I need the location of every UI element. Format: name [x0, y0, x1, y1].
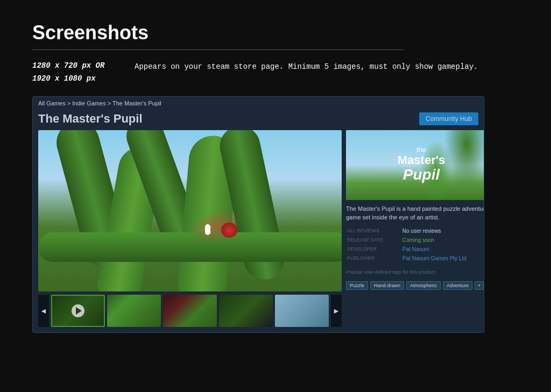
- all-reviews-row: ALL REVIEWS No user reviews: [346, 226, 484, 236]
- capsule-art: the Master's Pupil: [346, 130, 484, 200]
- tag-hand-drawn[interactable]: Hand-drawn: [370, 281, 404, 290]
- release-date-value: Coming soon: [401, 236, 484, 245]
- tag-puzzle[interactable]: Puzzle: [346, 281, 368, 290]
- capsule-title-the: the: [398, 146, 445, 154]
- horizontal-branch: [38, 232, 342, 262]
- next-screenshot-button[interactable]: ►: [331, 295, 342, 327]
- release-date-row: RELEASE DATE Coming soon: [346, 236, 484, 245]
- publisher-label: PUBLISHER: [346, 254, 401, 263]
- game-scene: [38, 130, 342, 291]
- requirements-row: 1280 x 720 px OR 1920 x 1080 px Appears …: [32, 60, 519, 85]
- capsule-title-pupil: Pupil: [398, 167, 445, 183]
- play-triangle-icon: [76, 307, 82, 315]
- tag-more-button[interactable]: +: [475, 281, 484, 290]
- capsule-title: the Master's Pupil: [398, 146, 445, 183]
- card-header: The Master's Pupil Community Hub: [33, 110, 484, 130]
- thumbnail-3[interactable]: [163, 295, 217, 327]
- capsule-title-masters: Master's: [398, 154, 445, 167]
- tags-row: Puzzle Hand-drawn Atmospheric Adventure …: [346, 281, 484, 290]
- play-icon: [72, 304, 84, 317]
- red-ball-object: [221, 223, 237, 238]
- prev-screenshot-button[interactable]: ◄: [38, 295, 49, 327]
- developer-value[interactable]: Pat Naoum: [401, 245, 484, 254]
- all-reviews-value: No user reviews: [401, 226, 484, 236]
- game-title: The Master's Pupil: [38, 112, 143, 126]
- thumbnails-row: ◄ ►: [38, 295, 342, 327]
- main-screenshot[interactable]: [38, 130, 342, 291]
- tag-atmospheric[interactable]: Atmospheric: [406, 281, 441, 290]
- requirements-description: Appears on your steam store page. Minimu…: [135, 60, 478, 74]
- publisher-row: PUBLISHER Pat Naoum Games Pty Ltd: [346, 254, 484, 263]
- character-figure: [205, 224, 210, 235]
- thumbnail-4[interactable]: [219, 295, 273, 327]
- info-table: ALL REVIEWS No user reviews RELEASE DATE…: [346, 226, 484, 263]
- tags-label: Popular user-defined tags for this produ…: [346, 269, 484, 275]
- section-divider: [32, 49, 404, 50]
- breadcrumb: All Games > Indie Games > The Master's P…: [33, 97, 484, 110]
- release-date-label: RELEASE DATE: [346, 236, 401, 245]
- page-wrapper: Screenshots 1280 x 720 px OR 1920 x 1080…: [0, 0, 551, 354]
- community-hub-button[interactable]: Community Hub: [419, 112, 478, 125]
- main-content: ◄ ►: [33, 130, 484, 332]
- right-panel: the Master's Pupil The Master's Pupil is…: [346, 130, 484, 327]
- game-description: The Master's Pupil is a hand painted puz…: [346, 204, 484, 222]
- thumb-scene-2: [107, 295, 161, 327]
- developer-label: DEVELOPER: [346, 245, 401, 254]
- left-panel: ◄ ►: [38, 130, 342, 327]
- thumbnail-2[interactable]: [107, 295, 161, 327]
- thumbnail-5[interactable]: [275, 295, 329, 327]
- publisher-value[interactable]: Pat Naoum Games Pty Ltd: [401, 254, 484, 263]
- developer-row: DEVELOPER Pat Naoum: [346, 245, 484, 254]
- dimensions-label: 1280 x 720 px OR 1920 x 1080 px: [32, 60, 124, 85]
- all-reviews-label: ALL REVIEWS: [346, 226, 401, 236]
- steam-store-card: All Games > Indie Games > The Master's P…: [32, 96, 484, 333]
- tag-adventure[interactable]: Adventure: [443, 281, 472, 290]
- thumbnail-1[interactable]: [51, 295, 105, 327]
- page-title: Screenshots: [32, 22, 519, 44]
